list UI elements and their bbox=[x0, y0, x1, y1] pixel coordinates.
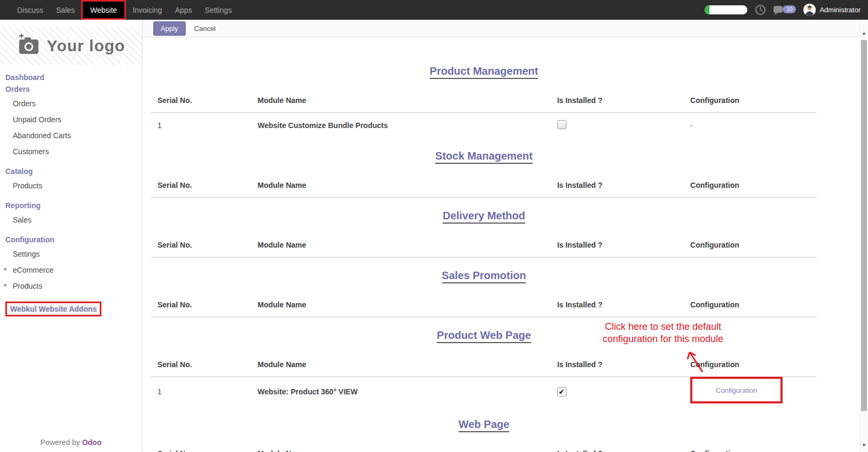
col-serial: Serial No. bbox=[151, 85, 258, 113]
sidebar-item-sales-report[interactable]: Sales bbox=[5, 212, 137, 228]
activities-clock-icon[interactable] bbox=[755, 4, 766, 15]
annotation-text: Click here to set the default configurat… bbox=[530, 321, 796, 345]
col-serial: Serial No. bbox=[151, 350, 258, 377]
sidebar-item-abandoned-carts[interactable]: Abandoned Carts bbox=[5, 128, 137, 144]
expand-arrow-icon: ▸ bbox=[4, 282, 7, 288]
nav-item-discuss[interactable]: Discuss bbox=[11, 0, 50, 20]
app-menu: Discuss Sales Website Invoicing Apps Set… bbox=[11, 0, 238, 20]
col-module: Module Name bbox=[258, 170, 557, 197]
vertical-scrollbar[interactable]: ▲ ▼ bbox=[859, 20, 868, 452]
section-sales-promotion: Sales Promotion Serial No. Module Name I… bbox=[151, 258, 817, 318]
sidebar-item-webkul-website-addons[interactable]: Webkul Website Addons bbox=[5, 302, 101, 316]
nav-item-settings[interactable]: Settings bbox=[199, 0, 239, 20]
col-module: Module Name bbox=[258, 290, 557, 317]
avatar bbox=[803, 4, 816, 16]
user-name: Administrator bbox=[819, 6, 861, 14]
timer-progress-fill bbox=[705, 5, 709, 14]
sidebar-header-reporting: Reporting bbox=[5, 194, 137, 212]
section-delivery-method: Delivery Method Serial No. Module Name I… bbox=[151, 198, 817, 258]
installed-checkbox[interactable]: ✔ bbox=[557, 387, 566, 397]
main-content: Apply Cancel Product Management Serial N… bbox=[143, 20, 859, 452]
col-installed: Is Installed ? bbox=[557, 290, 690, 317]
sidebar-item-ecommerce[interactable]: ▸eCommerce bbox=[5, 262, 137, 278]
col-serial: Serial No. bbox=[151, 170, 258, 197]
sidebar-item-customers[interactable]: Customers bbox=[5, 144, 137, 160]
section-title: Delivery Method bbox=[151, 208, 817, 224]
top-navbar: Discuss Sales Website Invoicing Apps Set… bbox=[0, 0, 868, 20]
table-row: 1 Website Customize Bundle Products - bbox=[151, 113, 817, 138]
chat-bubble-icon bbox=[774, 6, 783, 13]
messages-icon[interactable]: 10 bbox=[774, 5, 796, 15]
section-title: Stock Management bbox=[151, 148, 817, 164]
systray: 10 Administrator bbox=[705, 4, 861, 16]
odoo-brand[interactable]: Odoo bbox=[82, 438, 102, 447]
sidebar-item-dashboard[interactable]: Dashboard bbox=[5, 70, 137, 83]
section-product-web-page: Click here to set the default configurat… bbox=[151, 318, 817, 407]
scrollbar-thumb[interactable] bbox=[861, 40, 867, 411]
section-stock-management: Stock Management Serial No. Module Name … bbox=[151, 138, 817, 198]
section-web-page: Web Page Serial No. Module Name Is Insta… bbox=[151, 407, 817, 452]
section-title: Product Management bbox=[151, 63, 817, 79]
sidebar-item-settings[interactable]: Settings bbox=[5, 246, 137, 262]
col-module: Module Name bbox=[258, 439, 557, 452]
sidebar-item-products-config[interactable]: ▸Products bbox=[5, 278, 137, 294]
scroll-up-icon[interactable]: ▲ bbox=[860, 30, 868, 36]
sidebar-item-products[interactable]: Products bbox=[5, 178, 137, 194]
logo-text: Your logo bbox=[47, 37, 125, 55]
sidebar-header-catalog: Catalog bbox=[5, 160, 137, 178]
module-table: Serial No. Module Name Is Installed ? Co… bbox=[151, 439, 817, 452]
col-config: Configuration bbox=[690, 350, 817, 377]
sidebar-item-unpaid-orders[interactable]: Unpaid Orders bbox=[5, 112, 137, 128]
col-installed: Is Installed ? bbox=[557, 350, 690, 377]
nav-item-sales[interactable]: Sales bbox=[50, 0, 81, 20]
col-serial: Serial No. bbox=[151, 230, 258, 257]
module-name-cell: Website Customize Bundle Products bbox=[258, 113, 557, 138]
sidebar-header-configuration: Configuration bbox=[5, 228, 137, 246]
module-table: Serial No. Module Name Is Installed ? Co… bbox=[151, 170, 817, 198]
form-statusbar: Apply Cancel bbox=[143, 20, 859, 37]
logo-placeholder[interactable]: Your logo bbox=[0, 27, 142, 65]
col-config: Configuration bbox=[690, 290, 817, 317]
nav-item-website[interactable]: Website bbox=[81, 0, 126, 20]
camera-icon bbox=[17, 34, 41, 58]
installed-checkbox[interactable] bbox=[557, 120, 566, 129]
col-serial: Serial No. bbox=[151, 290, 258, 317]
col-config: Configuration bbox=[690, 439, 817, 452]
message-count-badge: 10 bbox=[783, 5, 796, 13]
col-installed: Is Installed ? bbox=[557, 439, 690, 452]
col-config: Configuration bbox=[690, 230, 817, 257]
module-tables: Product Management Serial No. Module Nam… bbox=[143, 37, 859, 452]
section-title: Sales Promotion bbox=[151, 267, 817, 283]
col-module: Module Name bbox=[258, 85, 557, 113]
col-installed: Is Installed ? bbox=[557, 230, 690, 257]
module-name-cell: Website: Product 360° VIEW bbox=[258, 377, 557, 407]
timer-progress-bar[interactable] bbox=[705, 5, 747, 14]
col-installed: Is Installed ? bbox=[557, 85, 690, 113]
annotation-arrow-icon bbox=[682, 348, 708, 374]
col-config: Configuration bbox=[690, 170, 817, 197]
scroll-down-icon[interactable]: ▼ bbox=[860, 442, 868, 448]
cancel-button[interactable]: Cancel bbox=[194, 25, 216, 33]
module-table: Serial No. Module Name Is Installed ? Co… bbox=[151, 290, 817, 318]
serial-cell: 1 bbox=[151, 377, 258, 407]
col-module: Module Name bbox=[258, 230, 557, 257]
powered-by: Powered by Odoo bbox=[0, 438, 142, 447]
module-table: Serial No. Module Name Is Installed ? Co… bbox=[151, 350, 817, 407]
col-serial: Serial No. bbox=[151, 439, 258, 452]
user-menu[interactable]: Administrator bbox=[803, 4, 861, 16]
nav-item-apps[interactable]: Apps bbox=[169, 0, 199, 20]
expand-arrow-icon: ▸ bbox=[4, 266, 7, 272]
config-placeholder: - bbox=[690, 121, 693, 130]
sidebar-item-orders[interactable]: Orders bbox=[5, 96, 137, 112]
table-row: 1 Website: Product 360° VIEW ✔ Configura… bbox=[151, 377, 817, 407]
configuration-button[interactable]: Configuration bbox=[716, 386, 757, 394]
apply-button[interactable]: Apply bbox=[153, 21, 186, 36]
col-config: Configuration bbox=[690, 85, 817, 113]
module-table: Serial No. Module Name Is Installed ? Co… bbox=[151, 230, 817, 258]
sidebar-nav: Dashboard Orders Orders Unpaid Orders Ab… bbox=[0, 65, 142, 316]
sidebar-header-orders: Orders bbox=[5, 83, 137, 96]
col-module: Module Name bbox=[258, 350, 557, 377]
nav-item-invoicing[interactable]: Invoicing bbox=[126, 0, 168, 20]
module-table: Serial No. Module Name Is Installed ? Co… bbox=[151, 85, 817, 138]
section-title: Web Page bbox=[151, 416, 817, 432]
